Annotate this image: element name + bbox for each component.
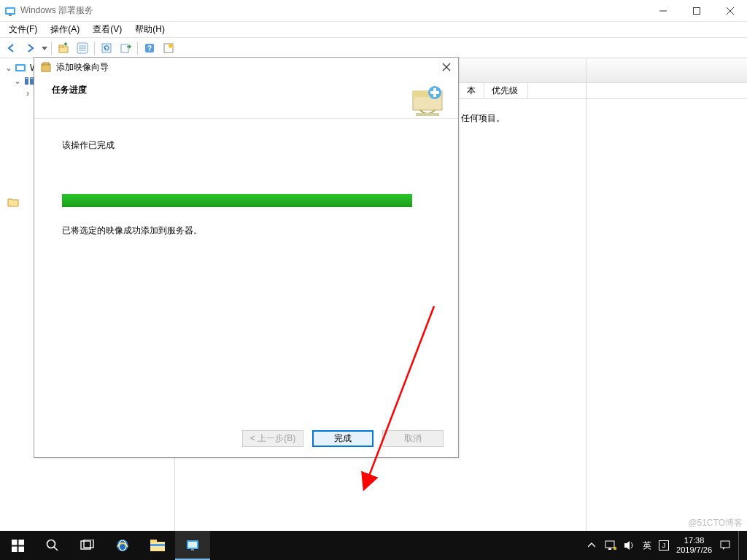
- svg-rect-8: [59, 45, 63, 47]
- app-icon: [4, 5, 16, 17]
- tray-ime[interactable]: 英: [643, 540, 651, 552]
- menu-view[interactable]: 查看(V): [87, 22, 128, 37]
- svg-line-41: [54, 547, 58, 551]
- menu-file[interactable]: 文件(F): [3, 22, 43, 37]
- svg-rect-2: [9, 15, 12, 16]
- window-title: Windows 部署服务: [20, 4, 93, 17]
- svg-rect-53: [608, 548, 611, 550]
- finish-button[interactable]: 完成: [312, 430, 374, 447]
- wizard-icon: [40, 61, 52, 73]
- minimize-button[interactable]: [646, 0, 680, 22]
- task-view-button[interactable]: [70, 531, 105, 560]
- show-desktop-button[interactable]: [738, 531, 743, 560]
- close-button[interactable]: [713, 0, 747, 22]
- forward-button[interactable]: [22, 40, 39, 56]
- col-priority[interactable]: 优先级: [484, 83, 528, 98]
- tray-volume-icon[interactable]: [624, 540, 635, 551]
- wizard-body: 该操作已完成 已将选定的映像成功添加到服务器。: [34, 119, 458, 237]
- tray-clock[interactable]: 17:38 2019/7/26: [676, 536, 712, 555]
- menu-action[interactable]: 操作(A): [44, 22, 85, 37]
- wds-root-icon: [15, 62, 26, 74]
- chevron-down-icon[interactable]: ⌄: [4, 63, 13, 73]
- progress-bar: [62, 194, 412, 207]
- titlebar: Windows 部署服务: [0, 0, 747, 22]
- maximize-button[interactable]: [680, 0, 713, 22]
- menubar: 文件(F) 操作(A) 查看(V) 帮助(H): [0, 22, 747, 38]
- svg-rect-37: [18, 540, 24, 545]
- back-button: < 上一步(B): [242, 430, 303, 447]
- wizard-header: 任务进度: [34, 77, 458, 119]
- svg-rect-39: [18, 546, 24, 552]
- svg-rect-33: [430, 91, 439, 94]
- svg-rect-46: [150, 542, 165, 551]
- watermark: @51CTO博客: [688, 517, 743, 529]
- wizard-button-row: < 上一步(B) 完成 取消: [34, 430, 458, 447]
- taskbar: 英 J 17:38 2019/7/26: [0, 531, 747, 560]
- svg-rect-52: [605, 541, 614, 548]
- wizard-status: 该操作已完成: [62, 139, 430, 152]
- chevron-down-icon[interactable]: ⌄: [13, 76, 22, 86]
- tray-notifications-icon[interactable]: [719, 540, 731, 551]
- add-image-wizard: 添加映像向导 任务进度 该操作已完成 已将选定的映像成功添加到服务器。 < 上一…: [34, 57, 459, 458]
- svg-rect-14: [121, 44, 128, 52]
- search-button[interactable]: [35, 531, 70, 560]
- system-tray: 英 J 17:38 2019/7/26: [586, 531, 747, 560]
- menu-help[interactable]: 帮助(H): [129, 22, 171, 37]
- wizard-message: 已将选定的映像成功添加到服务器。: [62, 225, 430, 237]
- svg-rect-24: [31, 78, 33, 79]
- svg-rect-38: [12, 546, 18, 552]
- refresh-button[interactable]: [98, 40, 115, 56]
- tray-ime-box[interactable]: J: [659, 540, 669, 551]
- svg-text:?: ?: [147, 44, 152, 52]
- export-button[interactable]: [117, 40, 134, 56]
- toolbar-separator: [51, 42, 52, 55]
- svg-rect-47: [150, 540, 157, 542]
- svg-rect-26: [43, 63, 49, 65]
- help-button[interactable]: ?: [141, 40, 158, 56]
- svg-point-54: [614, 547, 616, 550]
- svg-point-40: [47, 540, 55, 548]
- svg-rect-20: [17, 66, 24, 70]
- taskbar-wds[interactable]: [175, 531, 210, 560]
- folder-icon: [7, 197, 19, 207]
- window-controls: [646, 0, 747, 22]
- clock-date: 2019/7/26: [676, 545, 712, 555]
- back-button[interactable]: [3, 40, 20, 56]
- tray-network-icon[interactable]: [605, 540, 616, 551]
- taskbar-explorer[interactable]: [140, 531, 175, 560]
- col-version[interactable]: 本: [460, 83, 484, 98]
- wizard-header-icon: [409, 84, 445, 119]
- wizard-titlebar: 添加映像向导: [34, 58, 458, 77]
- svg-rect-51: [191, 549, 194, 551]
- chevron-right-icon[interactable]: ›: [23, 88, 32, 98]
- forward-history-drop[interactable]: [41, 40, 48, 56]
- cancel-button: 取消: [382, 430, 444, 447]
- up-button[interactable]: [55, 40, 72, 56]
- new-item-button[interactable]: [160, 40, 177, 56]
- svg-rect-1: [7, 9, 14, 13]
- wizard-title: 添加映像向导: [56, 61, 109, 74]
- taskbar-ie[interactable]: [105, 531, 140, 560]
- svg-rect-23: [26, 78, 28, 79]
- start-button[interactable]: [0, 531, 35, 560]
- toolbar: ?: [0, 38, 747, 58]
- svg-rect-50: [188, 542, 197, 548]
- action-pane-separator: [586, 58, 587, 531]
- toolbar-separator: [94, 42, 95, 55]
- svg-rect-55: [721, 541, 729, 548]
- svg-rect-34: [416, 113, 439, 116]
- svg-rect-4: [694, 7, 700, 14]
- svg-rect-48: [150, 544, 165, 546]
- wizard-close-button[interactable]: [436, 59, 457, 75]
- tray-chevron-up-icon[interactable]: [586, 540, 597, 551]
- wizard-header-title: 任务进度: [52, 84, 87, 96]
- toolbar-separator: [137, 42, 138, 55]
- svg-rect-36: [12, 540, 18, 545]
- clock-time: 17:38: [676, 536, 712, 545]
- properties-button[interactable]: [74, 40, 91, 56]
